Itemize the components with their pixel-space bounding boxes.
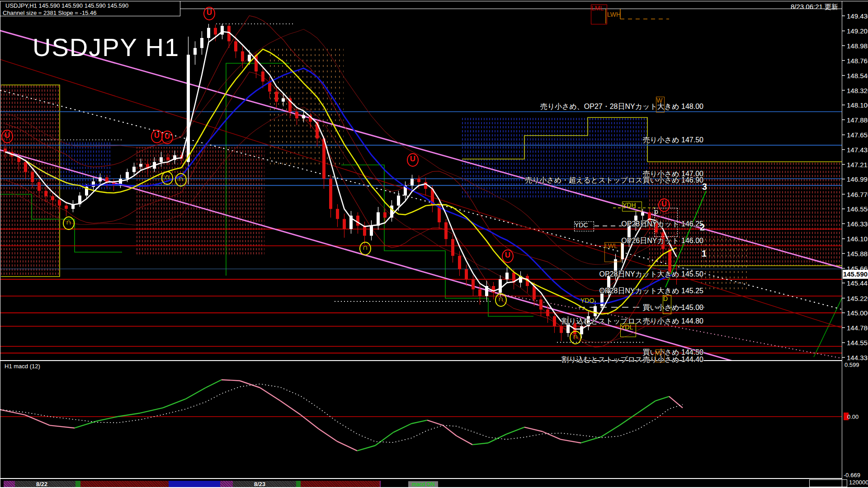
price-axis-label: 145.445 bbox=[847, 279, 868, 287]
price-axis-label: 144.555 bbox=[847, 339, 868, 347]
info-box-border bbox=[0, 16, 180, 16]
chart-window: { "meta": { "symbol_line": "USDJPY,H1 14… bbox=[0, 0, 868, 488]
symbol-info-line: USDJPY,H1 145.590 145.590 145.590 145.59… bbox=[5, 2, 128, 9]
chart-label-lwh: LWH bbox=[607, 11, 621, 18]
chart-box-ydc[interactable]: YDC bbox=[574, 221, 594, 231]
price-axis-border[interactable] bbox=[842, 1, 842, 488]
chart-box-ydh[interactable]: YDH bbox=[622, 202, 642, 211]
session-bar-segment bbox=[301, 481, 380, 487]
level-annotation: OP28日NYカット大きめ 145.25 bbox=[414, 286, 703, 296]
window-top-border bbox=[0, 1, 868, 1]
session-bar-segment bbox=[75, 481, 80, 487]
wave-number-1: 1 bbox=[702, 249, 707, 259]
price-axis-label: 148.540 bbox=[847, 72, 868, 80]
sell-signal-icon: U bbox=[203, 7, 215, 20]
price-axis-label: 146.550 bbox=[847, 205, 868, 213]
sell-signal-icon: U bbox=[658, 198, 670, 212]
chart-box-p[interactable]: p bbox=[654, 208, 678, 237]
price-axis-label: 148.320 bbox=[847, 87, 868, 94]
price-axis-label: 144.335 bbox=[847, 354, 868, 361]
price-axis-label: 146.770 bbox=[847, 191, 868, 198]
buy-signal-icon: ∩ bbox=[570, 331, 581, 344]
session-date-label: 8/23 bbox=[254, 481, 265, 488]
level-annotation: OP28日NYカット大きめ 145.50 bbox=[414, 270, 703, 279]
sell-signal-icon: U bbox=[1, 130, 13, 143]
macd-min-label: -0.669 bbox=[844, 472, 860, 479]
sell-signal-icon: U bbox=[161, 131, 173, 144]
chart-box-d[interactable]: D bbox=[663, 295, 671, 314]
price-axis-label: 147.435 bbox=[847, 146, 868, 154]
session-date-label: 8/22 bbox=[36, 481, 47, 488]
price-axis-label: 148.985 bbox=[847, 42, 868, 50]
window-left-border bbox=[0, 1, 0, 488]
price-axis-label: 146.330 bbox=[847, 220, 868, 228]
price-axis-label: 148.100 bbox=[847, 101, 868, 109]
volume-label: 120000 bbox=[849, 479, 868, 486]
price-axis-label: 149.205 bbox=[847, 27, 868, 35]
info-box-border-right bbox=[180, 1, 180, 16]
level-annotation: OP26日NYカット 146.00 bbox=[414, 236, 703, 246]
session-bar-segment bbox=[380, 481, 381, 487]
wave-number-2: 2 bbox=[700, 222, 705, 233]
price-axis-label: 146.105 bbox=[847, 235, 868, 243]
macd-layer bbox=[0, 380, 842, 451]
level-annotation: 買い小さめ 145.00 bbox=[414, 303, 703, 313]
price-axis-label: 145.665 bbox=[847, 265, 868, 272]
price-axis-label: 147.215 bbox=[847, 161, 868, 169]
macd-panel-label: H1 macd (12) bbox=[5, 363, 40, 370]
level-annotation: 売り小さめ・超えるとストップロス買い小さめ 146.90 bbox=[414, 176, 703, 185]
price-axis-label: 148.765 bbox=[847, 57, 868, 65]
buy-signal-icon: ∩ bbox=[495, 293, 507, 307]
chart-box-w[interactable]: W bbox=[656, 349, 665, 362]
buy-signal-icon: ∩ bbox=[161, 171, 173, 185]
level-annotation: 割り込むとストップロス売り小さめ 144.80 bbox=[414, 317, 703, 326]
macd-max-label: 0.599 bbox=[844, 361, 859, 368]
watermark-title: USDJPY H1 bbox=[33, 33, 179, 62]
price-axis-label: 147.880 bbox=[847, 116, 868, 124]
price-axis-label: 144.780 bbox=[847, 324, 868, 332]
wave-number-3: 3 bbox=[702, 182, 707, 192]
level-annotation: 売り小さめ 147.50 bbox=[414, 136, 703, 145]
chart-box-lml[interactable]: LML bbox=[591, 5, 607, 24]
sell-signal-icon: U bbox=[407, 153, 419, 167]
price-axis-label: 149.430 bbox=[847, 12, 868, 20]
timebar-separator bbox=[0, 478, 842, 479]
price-axis-label: 145.000 bbox=[847, 309, 868, 317]
channel-info-line: Channel size = 2381 Slope = -15.46 bbox=[3, 9, 96, 16]
updated-timestamp: 8/23 06:21 更新 bbox=[791, 3, 838, 11]
session-bar-segment bbox=[80, 481, 169, 487]
macd-zero-label: 0.00 bbox=[847, 413, 859, 420]
macd-toggle-button[interactable]: macd ON bbox=[408, 481, 438, 488]
chart-top-border bbox=[180, 9, 842, 9]
chart-box-lwl[interactable]: LWL bbox=[604, 242, 621, 262]
session-bar-segment bbox=[169, 481, 220, 487]
buy-signal-icon: ∩ bbox=[359, 242, 371, 255]
price-axis-label: 145.885 bbox=[847, 250, 868, 258]
chart-box-ydl[interactable]: YDL bbox=[620, 324, 636, 337]
price-axis-label: 145.220 bbox=[847, 295, 868, 302]
price-axis-label: 147.655 bbox=[847, 131, 868, 139]
session-bar-segment bbox=[296, 481, 301, 487]
chart-box-w[interactable]: W bbox=[656, 97, 665, 113]
buy-signal-icon: ∩ bbox=[63, 216, 75, 230]
sell-signal-icon: U bbox=[502, 249, 514, 263]
price-axis-label: 146.995 bbox=[847, 175, 868, 183]
session-bar-segment bbox=[220, 481, 233, 487]
chart-label-ydo: YDO bbox=[580, 297, 594, 304]
buy-signal-icon: ∩ bbox=[175, 173, 187, 187]
session-bar-segment bbox=[4, 481, 15, 487]
